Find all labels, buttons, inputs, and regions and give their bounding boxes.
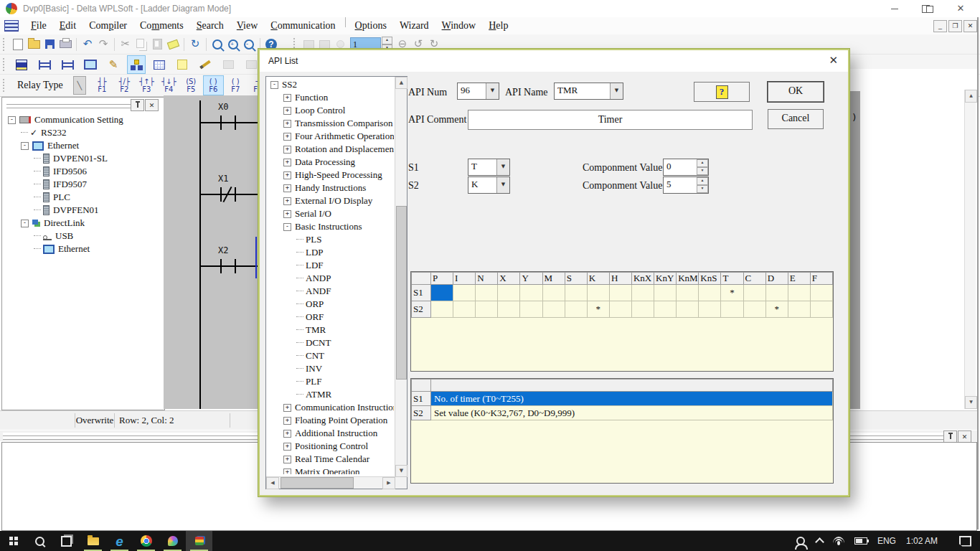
paste-icon[interactable] bbox=[149, 37, 165, 52]
menu-window[interactable]: Window bbox=[435, 17, 483, 34]
device-comment-icon[interactable] bbox=[81, 55, 100, 74]
tree-expand-icon[interactable]: - bbox=[283, 223, 291, 231]
redo-icon[interactable]: ↷ bbox=[95, 37, 111, 52]
workspace-tree-icon[interactable] bbox=[127, 55, 146, 74]
tree-expand-icon[interactable]: - bbox=[21, 220, 29, 227]
tree-expand-icon[interactable]: + bbox=[283, 171, 291, 179]
api-tree-item-tmr[interactable]: TMR bbox=[268, 324, 394, 336]
api-tree-item-positioning-control[interactable]: +Positioning Control bbox=[268, 440, 394, 453]
tree-expand-icon[interactable]: + bbox=[283, 417, 291, 425]
tree-hscrollbar[interactable]: ◀ ▶ bbox=[266, 476, 395, 489]
api-tree-item-dcnt[interactable]: DCNT bbox=[268, 336, 394, 349]
mdi-close-button[interactable]: ✕ bbox=[963, 20, 977, 32]
tree-item-dvpen01-sl[interactable]: DVPEN01-SL bbox=[4, 152, 151, 165]
plc-link1-icon[interactable] bbox=[219, 55, 237, 74]
api-num-select[interactable]: 96▼ bbox=[457, 83, 499, 100]
action-center-icon[interactable] bbox=[959, 536, 971, 547]
chevron-down-icon[interactable]: ▼ bbox=[486, 83, 499, 99]
tree-item-directlink[interactable]: -DirectLink bbox=[4, 217, 151, 230]
ladder-contact-x1[interactable]: X1 bbox=[201, 194, 260, 195]
s2-value-spinner[interactable]: 5 ▲▼ bbox=[663, 176, 709, 194]
tree-expand-icon[interactable]: + bbox=[283, 210, 291, 218]
copy-icon[interactable] bbox=[133, 37, 149, 52]
tree-item-rs232[interactable]: ✓RS232 bbox=[4, 126, 151, 139]
zoom-in-icon[interactable]: + bbox=[225, 37, 241, 52]
menu-help[interactable]: Help bbox=[482, 17, 514, 34]
tree-expand-icon[interactable]: + bbox=[283, 197, 291, 205]
spin-up-icon[interactable]: ▲ bbox=[697, 159, 708, 167]
relay-button-f5[interactable]: (S)F5 bbox=[181, 75, 202, 95]
save-icon[interactable] bbox=[42, 37, 57, 52]
api-tree-item-ldf[interactable]: LDF bbox=[268, 259, 394, 272]
api-tree-item-floating-point-operation[interactable]: +Floating Point Operation bbox=[268, 414, 394, 427]
api-tree-item-atmr[interactable]: ATMR bbox=[268, 388, 394, 401]
api-tree-item-real-time-calendar[interactable]: +Real Time Calendar bbox=[268, 453, 394, 466]
dialog-close-icon[interactable]: ✕ bbox=[829, 54, 838, 67]
toolbar-grip[interactable] bbox=[3, 79, 6, 92]
chevron-down-icon[interactable]: ▼ bbox=[496, 159, 509, 175]
spin-up-icon[interactable]: ▲ bbox=[382, 37, 392, 44]
eraser-icon[interactable] bbox=[165, 37, 181, 52]
api-tree-item-transmission-comparison[interactable]: +Transmission Comparison bbox=[268, 117, 394, 130]
tree-expand-icon[interactable]: + bbox=[283, 456, 291, 463]
tree-vscrollbar[interactable]: ▲ ▼ bbox=[395, 77, 407, 477]
ladder-convert-icon[interactable]: ↻ bbox=[187, 37, 203, 52]
api-tree-item-orp[interactable]: ORP bbox=[268, 298, 394, 311]
tree-item-ethernet[interactable]: Ethernet bbox=[4, 242, 151, 255]
api-name-select[interactable]: TMR▼ bbox=[554, 83, 623, 100]
api-tree-item-pls[interactable]: PLS bbox=[268, 233, 394, 246]
relay-button-f1[interactable]: ┤├F1 bbox=[92, 75, 113, 95]
dock-grip[interactable] bbox=[6, 105, 134, 108]
tree-expand-icon[interactable]: + bbox=[283, 146, 291, 154]
api-tree-item-rotation-and-displacement[interactable]: +Rotation and Displacement bbox=[268, 143, 394, 156]
panel-close-icon[interactable]: ✕ bbox=[145, 99, 159, 111]
cancel-button[interactable]: Cancel bbox=[768, 109, 824, 129]
s2-type-select[interactable]: K▼ bbox=[468, 176, 510, 194]
tree-expand-icon[interactable]: - bbox=[270, 81, 278, 89]
tree-expand-icon[interactable]: + bbox=[283, 107, 291, 115]
tree-expand-icon[interactable]: + bbox=[283, 443, 291, 451]
relay-button-f6[interactable]: ( )F6 bbox=[203, 75, 224, 95]
s1-type-select[interactable]: T▼ bbox=[468, 159, 510, 176]
pin-icon[interactable] bbox=[943, 430, 957, 443]
start-button[interactable] bbox=[0, 531, 27, 551]
task-view[interactable] bbox=[53, 531, 80, 551]
api-tree-item-additional-instruction[interactable]: +Additional Instruction bbox=[268, 427, 394, 440]
format-brush-icon[interactable] bbox=[196, 55, 215, 74]
edge-browser[interactable]: e bbox=[106, 531, 133, 551]
tree-item-ifd9506[interactable]: IFD9506 bbox=[4, 165, 151, 178]
scroll-down-icon[interactable]: ▼ bbox=[965, 396, 977, 409]
api-tree-item-matrix-operation[interactable]: +Matrix Operation bbox=[268, 466, 394, 474]
api-tree-item-basic-instructions[interactable]: -Basic Instructions bbox=[268, 220, 394, 233]
tree-expand-icon[interactable]: + bbox=[283, 468, 291, 475]
api-tree-item-data-processing[interactable]: +Data Processing bbox=[268, 156, 394, 169]
ladder-contact-x2[interactable]: X2 bbox=[201, 265, 260, 267]
restore-button[interactable] bbox=[911, 0, 944, 17]
api-tree-item-four-arithmetic-operations[interactable]: +Four Arithmetic Operations bbox=[268, 130, 394, 143]
wifi-icon[interactable] bbox=[833, 537, 844, 545]
zoom-out-icon[interactable]: - bbox=[241, 37, 257, 52]
mdi-restore-button[interactable]: ❐ bbox=[948, 20, 962, 32]
ladder-diagram-icon[interactable] bbox=[35, 55, 54, 74]
api-tree-item-loop-control[interactable]: +Loop Control bbox=[268, 104, 394, 117]
new-icon[interactable] bbox=[10, 37, 26, 52]
tree-item-ifd9507[interactable]: IFD9507 bbox=[4, 178, 151, 191]
relay-button-f4[interactable]: ┤↓├F4 bbox=[159, 75, 179, 95]
tree-expand-icon[interactable]: + bbox=[283, 184, 291, 192]
panel-close-icon[interactable]: ✕ bbox=[958, 430, 971, 443]
mdi-minimize-button[interactable]: _ bbox=[933, 20, 947, 32]
api-tree-item-handy-instructions[interactable]: +Handy Instructions bbox=[268, 182, 394, 194]
pin-icon[interactable] bbox=[131, 99, 144, 111]
people-icon[interactable] bbox=[796, 537, 805, 545]
spin-down-icon[interactable]: ▼ bbox=[697, 185, 708, 193]
cut-icon[interactable]: ✂ bbox=[118, 37, 133, 52]
tree-item-communication-setting[interactable]: -Communication Setting bbox=[4, 113, 151, 126]
close-button[interactable]: ✕ bbox=[944, 0, 977, 17]
battery-icon[interactable] bbox=[854, 537, 867, 545]
menu-options[interactable]: Options bbox=[349, 17, 393, 34]
api-tree-item-cnt[interactable]: CNT bbox=[268, 349, 394, 362]
menu-file[interactable]: File bbox=[24, 17, 53, 34]
minimize-button[interactable] bbox=[878, 0, 911, 17]
api-tree-item-inv[interactable]: INV bbox=[268, 362, 394, 375]
tree-expand-icon[interactable]: + bbox=[283, 120, 291, 128]
